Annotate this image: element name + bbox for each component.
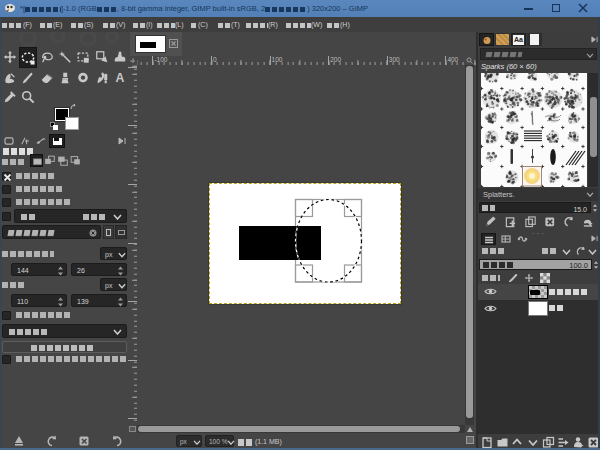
svg-text:A: A [115,71,124,85]
